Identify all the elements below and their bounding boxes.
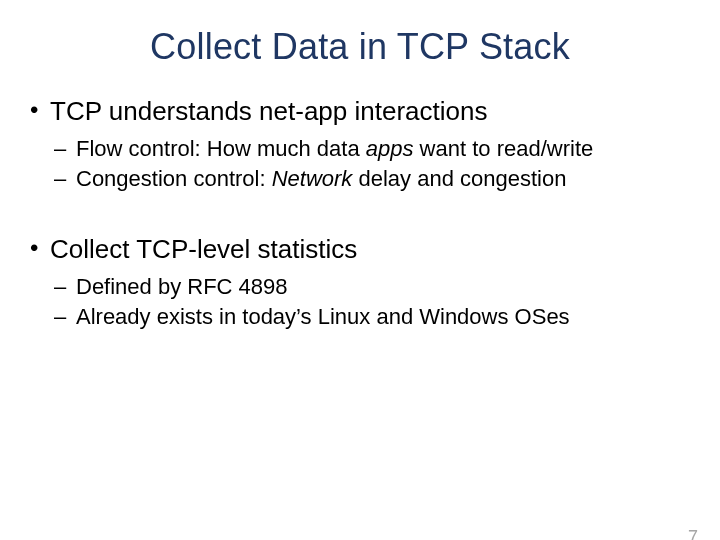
text-run: Flow control: How much data — [76, 136, 366, 161]
bullet-level2: Defined by RFC 4898 — [28, 273, 700, 301]
bullet-level2: Congestion control: Network delay and co… — [28, 165, 700, 193]
slide: Collect Data in TCP Stack TCP understand… — [0, 26, 720, 540]
bullet-level2: Already exists in today’s Linux and Wind… — [28, 303, 700, 331]
text-run: Congestion control: — [76, 166, 272, 191]
text-run-italic: apps — [366, 136, 414, 161]
text-run: want to read/write — [414, 136, 594, 161]
bullet-level1: Collect TCP-level statistics — [28, 234, 700, 265]
spacer — [28, 194, 700, 234]
slide-content: TCP understands net-app interactions Flo… — [0, 96, 720, 330]
bullet-level1: TCP understands net-app interactions — [28, 96, 700, 127]
slide-title: Collect Data in TCP Stack — [0, 26, 720, 68]
text-run-italic: Network — [272, 166, 353, 191]
page-number: 7 — [688, 527, 698, 540]
text-run: delay and congestion — [352, 166, 566, 191]
bullet-level2: Flow control: How much data apps want to… — [28, 135, 700, 163]
